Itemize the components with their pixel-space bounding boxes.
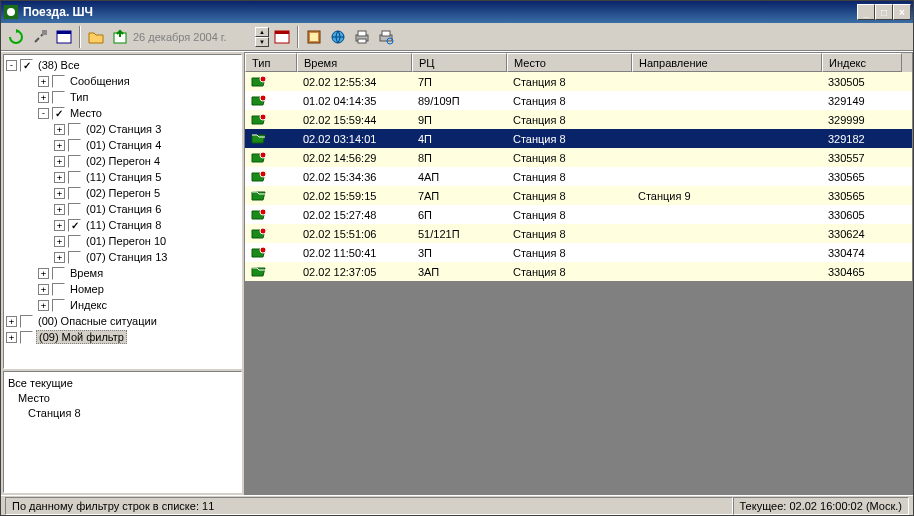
date-spinner[interactable]: ▲ ▼ <box>255 27 269 47</box>
tool-print-button[interactable] <box>351 26 373 48</box>
tree-expander[interactable]: - <box>6 60 17 71</box>
grid-body[interactable]: 02.02 12:55:347ПСтанция 833050501.02 04:… <box>245 72 912 281</box>
tree-expander[interactable]: + <box>38 76 49 87</box>
table-row[interactable]: 02.02 15:34:364АПСтанция 8330565 <box>245 167 912 186</box>
tree-expander[interactable]: + <box>54 252 65 263</box>
col-direction[interactable]: Направление <box>632 53 822 72</box>
tree-label[interactable]: (01) Станция 4 <box>84 139 163 151</box>
tree-checkbox[interactable] <box>68 187 81 200</box>
tree-expander[interactable]: + <box>38 92 49 103</box>
table-row[interactable]: 01.02 04:14:3589/109ПСтанция 8329149 <box>245 91 912 110</box>
tree-node[interactable]: +Индекс <box>6 297 239 313</box>
tool-print-preview-button[interactable] <box>375 26 397 48</box>
table-row[interactable]: 02.02 12:37:053АПСтанция 8330465 <box>245 262 912 281</box>
tree-checkbox[interactable] <box>52 91 65 104</box>
table-row[interactable]: 02.02 15:27:486ПСтанция 8330605 <box>245 205 912 224</box>
tree-expander[interactable]: + <box>54 236 65 247</box>
tree-checkbox[interactable] <box>68 139 81 152</box>
maximize-button[interactable]: □ <box>875 4 893 20</box>
table-row[interactable]: 02.02 15:51:0651/121ПСтанция 8330624 <box>245 224 912 243</box>
table-row[interactable]: 02.02 11:50:413ПСтанция 8330474 <box>245 243 912 262</box>
tree-checkbox[interactable] <box>52 283 65 296</box>
col-place[interactable]: Место <box>507 53 632 72</box>
tree-label[interactable]: (38) Все <box>36 59 82 71</box>
tree-node[interactable]: +(11) Станция 5 <box>6 169 239 185</box>
tree-label[interactable]: Время <box>68 267 105 279</box>
tree-label[interactable]: (11) Станция 5 <box>84 171 163 183</box>
tree-expander[interactable]: + <box>54 124 65 135</box>
tree-label[interactable]: (02) Перегон 4 <box>84 155 162 167</box>
close-button[interactable]: × <box>893 4 911 20</box>
tree-expander[interactable]: + <box>54 188 65 199</box>
tree-node[interactable]: +(02) Станция 3 <box>6 121 239 137</box>
tree-label[interactable]: (01) Станция 6 <box>84 203 163 215</box>
tree-expander[interactable]: + <box>6 332 17 343</box>
tree-node[interactable]: +Время <box>6 265 239 281</box>
tree-node[interactable]: +(02) Перегон 4 <box>6 153 239 169</box>
tree-node[interactable]: +Сообщения <box>6 73 239 89</box>
tree-expander[interactable]: + <box>54 220 65 231</box>
tree-node[interactable]: -Место <box>6 105 239 121</box>
tree-checkbox[interactable] <box>68 171 81 184</box>
tree-expander[interactable]: + <box>38 268 49 279</box>
tree-label[interactable]: (02) Станция 3 <box>84 123 163 135</box>
tree-checkbox[interactable] <box>68 219 81 232</box>
table-row[interactable]: 02.02 15:59:449ПСтанция 8329999 <box>245 110 912 129</box>
tree-expander[interactable]: + <box>54 172 65 183</box>
tree-expander[interactable]: + <box>54 140 65 151</box>
tree-node[interactable]: +(01) Станция 6 <box>6 201 239 217</box>
tree-label[interactable]: Индекс <box>68 299 109 311</box>
tree-checkbox[interactable] <box>52 75 65 88</box>
date-up-button[interactable]: ▲ <box>255 27 269 37</box>
tree-node[interactable]: +(11) Станция 8 <box>6 217 239 233</box>
tool-export-button[interactable] <box>109 26 131 48</box>
tree-expander[interactable]: + <box>38 300 49 311</box>
tree-label[interactable]: (07) Станция 13 <box>84 251 169 263</box>
tree-node[interactable]: +(02) Перегон 5 <box>6 185 239 201</box>
tree-expander[interactable]: - <box>38 108 49 119</box>
tree-checkbox[interactable] <box>68 235 81 248</box>
tree-node[interactable]: +(01) Перегон 10 <box>6 233 239 249</box>
tree-checkbox[interactable] <box>20 315 33 328</box>
tool-settings-button[interactable] <box>29 26 51 48</box>
table-row[interactable]: 02.02 15:59:157АПСтанция 8Станция 933056… <box>245 186 912 205</box>
tree-node[interactable]: +(00) Опасные ситуации <box>6 313 239 329</box>
tree-label[interactable]: Тип <box>68 91 90 103</box>
tree-node[interactable]: +Номер <box>6 281 239 297</box>
tree-checkbox[interactable] <box>52 107 65 120</box>
tree-node[interactable]: -(38) Все <box>6 57 239 73</box>
tool-globe-button[interactable] <box>327 26 349 48</box>
tool-report-button[interactable] <box>303 26 325 48</box>
col-type[interactable]: Тип <box>245 53 297 72</box>
tree-checkbox[interactable] <box>68 203 81 216</box>
minimize-button[interactable]: _ <box>857 4 875 20</box>
tree-label[interactable]: (11) Станция 8 <box>84 219 163 231</box>
col-rc[interactable]: РЦ <box>412 53 507 72</box>
date-down-button[interactable]: ▼ <box>255 37 269 47</box>
tree-expander[interactable]: + <box>54 156 65 167</box>
table-row[interactable]: 02.02 12:55:347ПСтанция 8330505 <box>245 72 912 91</box>
col-time[interactable]: Время <box>297 53 412 72</box>
tree-label[interactable]: (02) Перегон 5 <box>84 187 162 199</box>
filter-tree[interactable]: -(38) Все+Сообщения+Тип-Место+(02) Станц… <box>3 54 242 369</box>
tool-open-button[interactable] <box>85 26 107 48</box>
tool-refresh-button[interactable] <box>5 26 27 48</box>
tree-checkbox[interactable] <box>52 267 65 280</box>
tree-label[interactable]: (01) Перегон 10 <box>84 235 168 247</box>
table-row[interactable]: 02.02 03:14:014ПСтанция 8329182 <box>245 129 912 148</box>
tree-label[interactable]: Сообщения <box>68 75 132 87</box>
tree-expander[interactable]: + <box>38 284 49 295</box>
tree-node[interactable]: +(01) Станция 4 <box>6 137 239 153</box>
tree-checkbox[interactable] <box>20 331 33 344</box>
col-index[interactable]: Индекс <box>822 53 902 72</box>
tree-expander[interactable]: + <box>54 204 65 215</box>
tree-node[interactable]: +(07) Станция 13 <box>6 249 239 265</box>
tool-calendar-button[interactable] <box>53 26 75 48</box>
table-row[interactable]: 02.02 14:56:298ПСтанция 8330557 <box>245 148 912 167</box>
tree-checkbox[interactable] <box>68 123 81 136</box>
tree-checkbox[interactable] <box>68 155 81 168</box>
tree-label[interactable]: Место <box>68 107 104 119</box>
tree-label[interactable]: (00) Опасные ситуации <box>36 315 159 327</box>
tree-checkbox[interactable] <box>52 299 65 312</box>
tree-checkbox[interactable] <box>68 251 81 264</box>
